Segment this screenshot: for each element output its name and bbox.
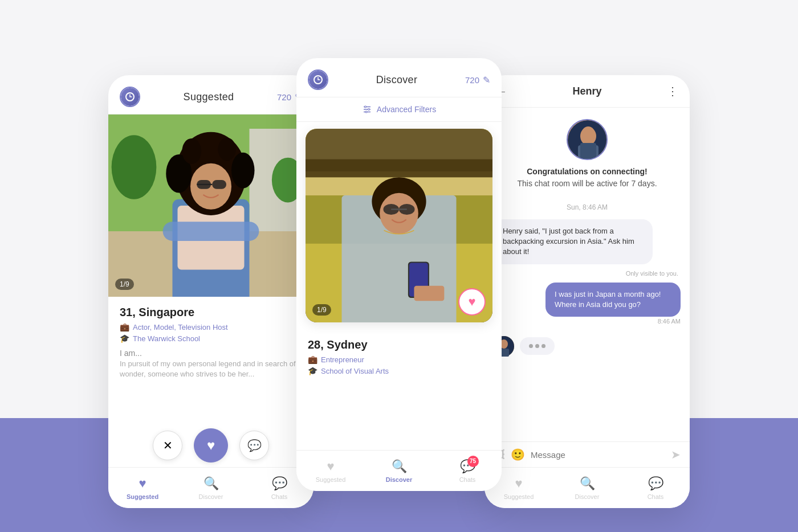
chat-input-bar: 🖼 🙂 ➤ [484, 441, 690, 467]
center-job: 💼 Entrepreneur [308, 355, 490, 364]
right-nav-discover-label: Discover [575, 493, 600, 500]
center-edit-icon[interactable]: ✎ [483, 75, 490, 85]
left-name-age: 31, Singapore [120, 306, 302, 319]
center-header: Discover 720 ✎ [296, 58, 502, 97]
dot-3 [542, 344, 545, 348]
job-icon: 💼 [120, 322, 129, 332]
right-nav-discover[interactable]: 🔍 Discover [553, 476, 621, 500]
chat-avatar-area: Congratulations on connecting! This chat… [484, 108, 690, 195]
center-header-title: Discover [376, 74, 417, 86]
app-logo-center [308, 69, 328, 90]
left-action-buttons: ✕ ♥ 💬 [108, 423, 314, 468]
logo-icon-left [121, 88, 139, 106]
left-photo-badge: 1/9 [115, 279, 134, 290]
left-bio: In pursuit of my own personal legend and… [120, 359, 302, 379]
typing-indicator [484, 330, 690, 362]
svg-point-12 [218, 138, 236, 161]
suggested-icon-active: ♥ [139, 476, 146, 491]
left-nav-chats-label: Chats [271, 493, 288, 500]
left-school: 🎓 The Warwick School [120, 334, 302, 343]
left-bio-label: I am... [120, 349, 302, 358]
like-button[interactable]: ♥ [194, 428, 228, 463]
message-input[interactable] [531, 450, 665, 460]
like-badge[interactable]: ♥ [458, 288, 486, 316]
center-profile-card[interactable]: 1/9 ♥ [306, 129, 492, 322]
left-profile-info: 31, Singapore 💼 Actor, Model, Television… [108, 297, 314, 385]
dot-2 [535, 344, 539, 348]
phone-left: Suggested 720 ✎ [108, 75, 314, 508]
svg-point-4 [112, 135, 157, 199]
discover-icon: 🔍 [203, 476, 219, 491]
right-chats-icon: 💬 [648, 476, 663, 491]
right-discover-icon: 🔍 [580, 476, 595, 491]
more-options-icon[interactable]: ⋮ [667, 84, 678, 98]
left-nav-discover[interactable]: 🔍 Discover [177, 476, 245, 500]
close-button[interactable]: ✕ [153, 431, 182, 460]
app-logo-left [120, 87, 140, 107]
left-job: 💼 Actor, Model, Television Host [120, 322, 302, 332]
sent-message-wrapper: I was just in Japan a month ago! Where i… [522, 283, 681, 325]
hint-message-bubble: Henry said, "I just got back from a back… [494, 219, 653, 264]
center-nav-chats[interactable]: 💬 75 Chats [433, 459, 502, 483]
center-nav-discover-label: Discover [386, 476, 412, 483]
svg-rect-29 [306, 159, 492, 178]
center-header-right: 720 ✎ [465, 75, 490, 85]
send-icon[interactable]: ➤ [671, 448, 681, 461]
svg-point-23 [368, 109, 369, 111]
right-nav-suggested-label: Suggested [504, 493, 534, 500]
svg-rect-43 [580, 143, 596, 160]
right-bottom-nav: ♥ Suggested 🔍 Discover 💬 Chats [484, 467, 690, 508]
center-bottom-nav: ♥ Suggested 🔍 Discover 💬 75 Chats [296, 450, 502, 491]
logo-icon-center [309, 71, 327, 89]
sent-message-time: 8:46 AM [658, 318, 681, 325]
left-nav-suggested[interactable]: ♥ Suggested [108, 476, 177, 500]
svg-rect-38 [414, 286, 444, 301]
svg-point-24 [365, 111, 367, 113]
emoji-icon[interactable]: 🙂 [511, 448, 525, 461]
curly-woman-photo [108, 114, 314, 297]
center-job-icon: 💼 [308, 355, 317, 364]
left-bottom-nav: ♥ Suggested 🔍 Discover 💬 Chats [108, 467, 314, 508]
filter-label: Advanced Filters [377, 105, 436, 114]
chat-button[interactable]: 💬 [239, 431, 269, 460]
center-discover-icon: 🔍 [392, 459, 407, 474]
left-coin-count: 720 [277, 92, 291, 102]
svg-point-32 [380, 193, 418, 234]
svg-point-10 [231, 153, 255, 189]
center-coin-count: 720 [465, 75, 479, 85]
center-school: 🎓 School of Visual Arts [308, 366, 490, 375]
center-nav-chats-label: Chats [459, 476, 476, 483]
dot-1 [529, 344, 533, 348]
filter-bar[interactable]: Advanced Filters [296, 97, 502, 122]
svg-point-11 [182, 138, 201, 164]
sent-message-bubble: I was just in Japan a month ago! Where i… [545, 283, 681, 317]
left-nav-discover-label: Discover [199, 493, 223, 500]
left-profile-photo[interactable]: 1/9 [108, 114, 314, 297]
center-suggested-icon: ♥ [327, 459, 334, 474]
chat-messages: Sun, 8:46 AM Henry said, "I just got bac… [484, 195, 690, 330]
phone-right: ← Henry ⋮ Congratulations [484, 75, 690, 508]
left-header: Suggested 720 ✎ [108, 75, 314, 114]
hint-note: Only visible to you. [494, 270, 681, 277]
svg-point-42 [581, 126, 595, 142]
chat-notification-badge: 75 [467, 456, 479, 467]
svg-rect-17 [163, 222, 259, 241]
svg-point-22 [364, 106, 366, 108]
right-suggested-icon: ♥ [515, 476, 522, 491]
center-chats-icon-wrapper: 💬 75 [460, 459, 475, 474]
center-nav-discover[interactable]: 🔍 Discover [365, 459, 433, 483]
center-nav-suggested-label: Suggested [316, 476, 346, 483]
page-background: Suggested 720 ✎ [0, 0, 798, 532]
center-nav-suggested[interactable]: ♥ Suggested [296, 459, 365, 483]
right-nav-chats[interactable]: 💬 Chats [621, 476, 690, 500]
chats-icon-left: 💬 [272, 476, 287, 491]
right-nav-chats-label: Chats [648, 493, 664, 500]
phones-container: Suggested 720 ✎ [108, 24, 690, 508]
center-school-icon: 🎓 [308, 366, 317, 375]
school-icon: 🎓 [120, 334, 129, 343]
center-photo-badge: 1/9 [312, 304, 331, 316]
center-profile-info: 28, Sydney 💼 Entrepreneur 🎓 School of Vi… [296, 329, 502, 383]
left-nav-suggested-label: Suggested [127, 493, 158, 500]
chat-contact-name: Henry [572, 85, 601, 97]
message-timestamp: Sun, 8:46 AM [494, 201, 681, 214]
